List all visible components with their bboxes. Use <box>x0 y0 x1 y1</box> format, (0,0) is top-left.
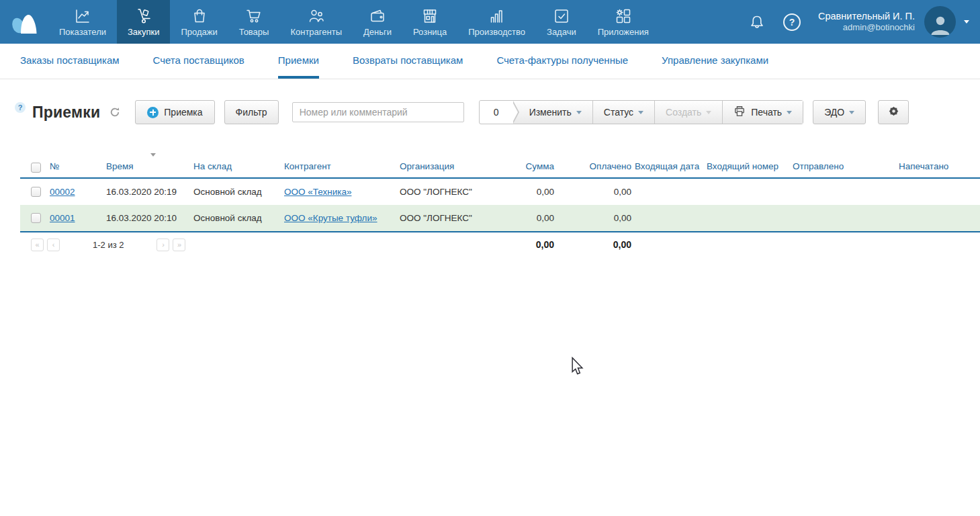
col-header-incoming-date[interactable]: Входящая дата <box>635 161 707 177</box>
chevron-down-icon <box>576 111 582 114</box>
hand-truck-icon <box>135 7 152 25</box>
chevron-down-icon <box>638 111 643 114</box>
col-header-counterparty[interactable]: Контрагент <box>284 161 400 177</box>
receipt-time: 16.03.2020 20:19 <box>106 187 193 197</box>
toolbar: ? Приемки Приемка Фильтр 0 Изменить Стат… <box>0 99 980 125</box>
people-icon <box>308 7 325 25</box>
settings-button[interactable] <box>878 100 909 124</box>
col-header-sent[interactable]: Отправлено <box>793 161 899 177</box>
sort-desc-icon <box>150 153 156 157</box>
nav-item-label: Производство <box>468 27 525 37</box>
select-all-checkbox[interactable] <box>31 163 41 173</box>
col-header-incoming-number[interactable]: Входящий номер <box>707 161 793 177</box>
help-button[interactable]: ? <box>783 13 801 31</box>
user-email: admin@botinochki <box>818 22 915 34</box>
col-header-sum[interactable]: Сумма <box>497 161 574 177</box>
first-page-button[interactable]: « <box>31 239 44 251</box>
app-window: Показатели Закупки Продажи Товары <box>0 0 980 516</box>
nav-item-label: Закупки <box>128 27 159 37</box>
tab-purchase-management[interactable]: Управление закупками <box>662 44 768 79</box>
nav-item-money[interactable]: Деньги <box>353 0 402 44</box>
nav-item-goods[interactable]: Товары <box>228 0 280 44</box>
page-help-icon[interactable]: ? <box>15 102 26 113</box>
pagination: « ‹ 1-2 из 2 › » <box>20 239 497 251</box>
tab-receipts[interactable]: Приемки <box>278 44 319 79</box>
nav-item-apps[interactable]: Приложения <box>587 0 660 44</box>
table-row[interactable]: 00002 16.03.2020 20:19 Основной склад ОО… <box>20 179 980 205</box>
check-square-icon <box>553 7 570 25</box>
shopping-cart-icon <box>245 7 263 25</box>
col-header-num[interactable]: № <box>50 161 106 177</box>
status-dropdown[interactable]: Статус <box>592 101 654 124</box>
receipt-number-link[interactable]: 00002 <box>50 187 75 197</box>
storefront-icon <box>421 7 439 25</box>
page-title: Приемки <box>32 103 100 122</box>
receipt-sum: 0,00 <box>497 213 574 223</box>
create-receipt-button[interactable]: Приемка <box>135 100 214 124</box>
nav-item-indicators[interactable]: Показатели <box>48 0 117 44</box>
tab-supplier-invoices[interactable]: Счета поставщиков <box>153 44 244 79</box>
create-dropdown[interactable]: Создать <box>654 101 722 124</box>
selection-count: 0 <box>480 101 513 124</box>
refresh-icon[interactable] <box>109 107 120 118</box>
receipt-number-link[interactable]: 00001 <box>50 213 75 223</box>
table-header: № Время На склад Контрагент Организация … <box>20 153 980 179</box>
receipt-sum: 0,00 <box>497 187 574 197</box>
moysklad-logo-icon[interactable] <box>0 0 48 44</box>
total-sum: 0,00 <box>497 239 574 250</box>
topnav-right: ? Сравнительный И. П. admin@botinochki <box>748 0 980 44</box>
chevron-down-icon <box>706 111 711 114</box>
nav-item-production[interactable]: Производство <box>457 0 536 44</box>
tab-supplier-orders[interactable]: Заказы поставщикам <box>20 44 120 79</box>
edit-dropdown[interactable]: Изменить <box>513 101 592 124</box>
next-page-button[interactable]: › <box>157 239 169 251</box>
printer-icon <box>733 105 751 119</box>
create-receipt-label: Приемка <box>164 107 202 118</box>
col-header-printed[interactable]: Напечатано <box>899 161 980 177</box>
nav-item-tasks[interactable]: Задачи <box>536 0 587 44</box>
prev-page-button[interactable]: ‹ <box>47 239 60 251</box>
nav-item-counterparties[interactable]: Контрагенты <box>279 0 353 44</box>
nav-item-label: Продажи <box>181 27 217 37</box>
row-checkbox[interactable] <box>31 213 41 223</box>
user-menu[interactable]: Сравнительный И. П. admin@botinochki <box>818 10 915 34</box>
nav-item-retail[interactable]: Розница <box>402 0 457 44</box>
counterparty-link[interactable]: ООО «Техника» <box>284 187 351 197</box>
search-input[interactable] <box>292 102 464 122</box>
top-navigation: Показатели Закупки Продажи Товары <box>0 0 980 44</box>
row-checkbox[interactable] <box>31 187 41 197</box>
receipt-organization: ООО "ЛОГНЕКС" <box>400 213 497 223</box>
table-body: 00002 16.03.2020 20:19 Основной склад ОО… <box>20 179 980 232</box>
edo-dropdown[interactable]: ЭДО <box>813 100 866 124</box>
col-header-paid[interactable]: Оплачено <box>574 161 635 177</box>
table-row[interactable]: 00001 16.03.2020 20:10 Основной склад ОО… <box>20 205 980 231</box>
print-dropdown[interactable]: Печать <box>722 101 803 124</box>
nav-item-label: Деньги <box>363 27 392 37</box>
avatar[interactable] <box>924 6 956 38</box>
counterparty-link[interactable]: ООО «Крутые туфли» <box>284 213 377 223</box>
section-tabs: Заказы поставщикам Счета поставщиков При… <box>0 44 980 79</box>
receipt-paid: 0,00 <box>574 213 635 223</box>
receipt-paid: 0,00 <box>574 187 635 197</box>
nav-item-label: Товары <box>239 27 269 37</box>
notifications-button[interactable] <box>748 13 766 31</box>
chevron-down-icon <box>849 111 854 114</box>
filter-button[interactable]: Фильтр <box>224 100 279 124</box>
tab-received-invoices[interactable]: Счета-фактуры полученные <box>496 44 628 79</box>
selection-count-value: 0 <box>494 107 499 118</box>
tab-supplier-returns[interactable]: Возвраты поставщикам <box>353 44 463 79</box>
receipts-table: № Время На склад Контрагент Организация … <box>20 153 980 257</box>
bar-chart-icon <box>488 7 506 25</box>
table-footer: « ‹ 1-2 из 2 › » 0,00 0,00 <box>20 232 980 257</box>
nav-item-purchases[interactable]: Закупки <box>117 0 170 44</box>
nav-item-sales[interactable]: Продажи <box>170 0 228 44</box>
nav-item-label: Приложения <box>598 27 649 37</box>
total-paid: 0,00 <box>574 239 635 250</box>
chevron-down-icon <box>787 111 792 114</box>
col-header-time[interactable]: Время <box>106 161 193 177</box>
chevron-down-icon[interactable] <box>964 20 969 24</box>
col-header-organization[interactable]: Организация <box>400 161 497 177</box>
last-page-button[interactable]: » <box>173 239 185 251</box>
wallet-icon <box>369 7 386 25</box>
col-header-warehouse[interactable]: На склад <box>193 161 284 177</box>
